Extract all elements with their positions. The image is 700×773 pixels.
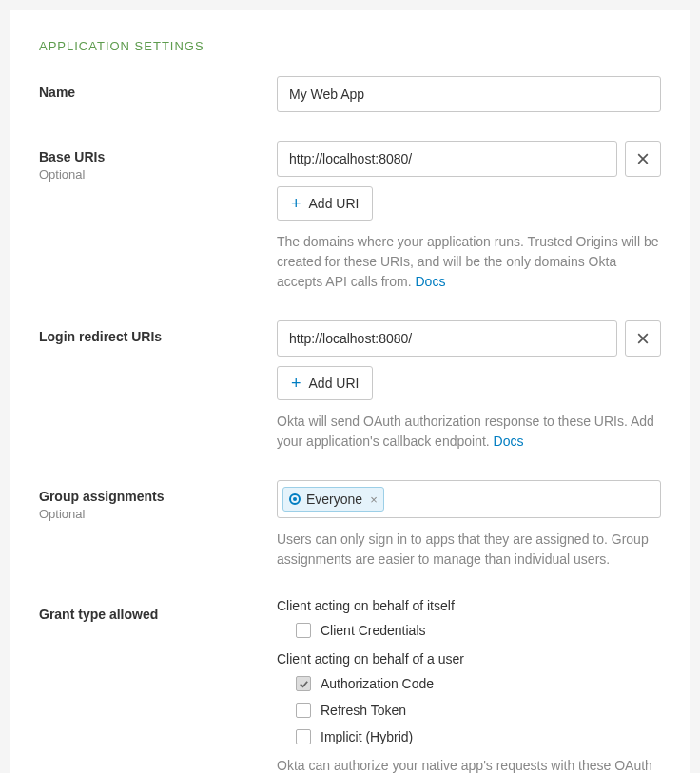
checkbox-label: Refresh Token — [321, 703, 406, 718]
grant-user-heading: Client acting on behalf of a user — [277, 651, 661, 667]
close-icon — [637, 153, 649, 164]
name-label: Name — [39, 84, 277, 101]
groups-label: Group assignments — [39, 488, 277, 505]
grant-self-list: Client Credentials — [277, 623, 661, 638]
group-chip-remove[interactable]: × — [368, 493, 378, 506]
group-chip-everyone: Everyone × — [282, 487, 384, 512]
checkbox-row-refresh-token: Refresh Token — [296, 703, 661, 718]
checkbox-row-client-credentials: Client Credentials — [296, 623, 661, 638]
checkbox-label: Client Credentials — [321, 623, 426, 638]
checkbox-row-authorization-code: Authorization Code — [296, 676, 661, 691]
base-uris-label: Base URIs — [39, 148, 277, 165]
add-base-uri-button[interactable]: + Add URI — [277, 186, 373, 221]
checkbox-label: Authorization Code — [321, 676, 434, 691]
base-uris-docs-link[interactable]: Docs — [416, 274, 446, 289]
grant-user-list: Authorization Code Refresh Token Implici… — [277, 676, 661, 744]
checkbox-refresh-token[interactable] — [296, 703, 311, 718]
grant-self-heading: Client acting on behalf of itself — [277, 598, 661, 613]
check-icon — [299, 679, 309, 689]
grant-help: Okta can authorize your native app's req… — [277, 756, 661, 773]
add-login-redirect-button[interactable]: + Add URI — [277, 366, 373, 400]
checkbox-client-credentials[interactable] — [296, 623, 311, 638]
base-uri-input[interactable] — [277, 141, 617, 177]
group-icon — [289, 493, 301, 505]
grant-label: Grant type allowed — [39, 606, 277, 623]
remove-login-redirect-button[interactable] — [625, 320, 661, 357]
checkbox-label: Implicit (Hybrid) — [321, 729, 413, 744]
checkbox-authorization-code[interactable] — [296, 676, 311, 691]
application-settings-panel: APPLICATION SETTINGS Name Base URIs Opti… — [10, 10, 690, 773]
groups-help: Users can only sign in to apps that they… — [277, 530, 661, 570]
add-base-uri-label: Add URI — [309, 196, 360, 211]
login-redirect-uri-row — [277, 320, 661, 357]
name-input[interactable] — [277, 76, 661, 112]
panel-title: APPLICATION SETTINGS — [39, 39, 661, 53]
base-uri-row — [277, 141, 661, 177]
checkbox-row-implicit: Implicit (Hybrid) — [296, 729, 661, 744]
add-login-redirect-label: Add URI — [309, 376, 360, 391]
plus-icon: + — [291, 195, 301, 212]
group-chip-label: Everyone — [306, 492, 362, 507]
row-group-assignments: Group assignments Optional Everyone × Us… — [39, 480, 661, 570]
groups-sublabel: Optional — [39, 507, 277, 523]
login-redirect-help: Okta will send OAuth authorization respo… — [277, 412, 661, 452]
base-uris-sublabel: Optional — [39, 167, 277, 184]
base-uris-help: The domains where your application runs.… — [277, 232, 661, 292]
close-icon — [637, 333, 649, 344]
login-redirect-label: Login redirect URIs — [39, 328, 277, 345]
login-redirect-docs-link[interactable]: Docs — [494, 434, 524, 449]
row-name: Name — [39, 76, 661, 112]
plus-icon: + — [291, 375, 301, 392]
checkbox-implicit[interactable] — [296, 729, 311, 744]
groups-input[interactable]: Everyone × — [277, 480, 661, 518]
row-grant-type: Grant type allowed Client acting on beha… — [39, 598, 661, 773]
row-login-redirect: Login redirect URIs + Add URI Okta will … — [39, 320, 661, 452]
login-redirect-input[interactable] — [277, 320, 617, 357]
remove-base-uri-button[interactable] — [625, 141, 661, 177]
row-base-uris: Base URIs Optional + Add URI The domains… — [39, 141, 661, 292]
